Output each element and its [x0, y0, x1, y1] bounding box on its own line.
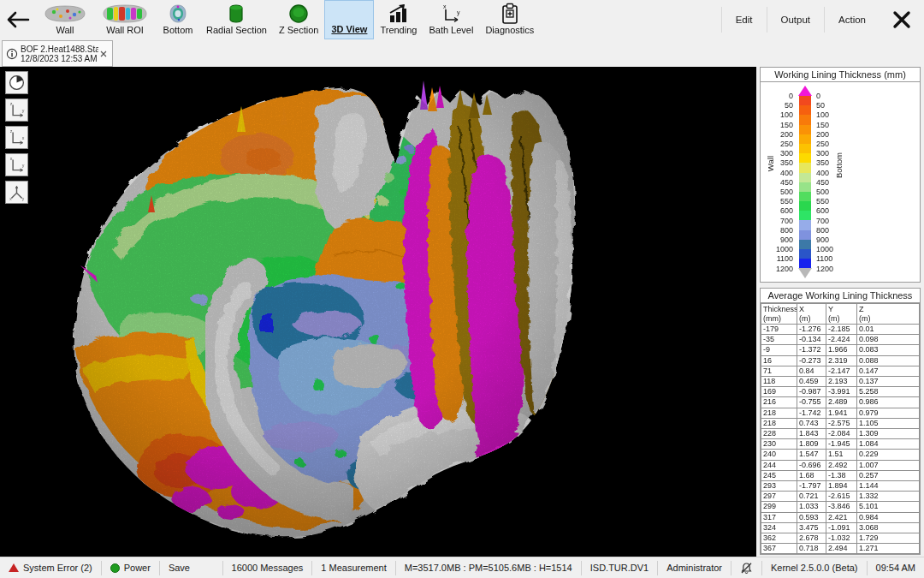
power-dot-icon [110, 563, 120, 573]
color-segment [799, 192, 811, 201]
tool-label: Bath Level [429, 25, 473, 36]
color-bar-wrap [799, 86, 811, 278]
color-segment [799, 201, 811, 211]
tab-close-x-icon [100, 51, 107, 57]
error-triangle-icon [9, 563, 19, 572]
action-menu-button[interactable]: Action [825, 0, 880, 39]
avg-thickness-title: Average Working Lining Thickness [761, 289, 920, 303]
scale-tick: 700 [816, 217, 829, 225]
table-row: 710.84-2.1470.147 [761, 366, 920, 376]
color-segment [799, 125, 811, 134]
table-row: -179-1.276-2.1850.01 [761, 325, 920, 335]
edit-menu-button[interactable]: Edit [722, 0, 767, 39]
scale-underflow-arrow-icon [798, 268, 812, 278]
scale-tick: 250 [780, 140, 793, 148]
tool-wall[interactable]: Wall [36, 0, 94, 39]
diagnostics-clipboard-icon [500, 3, 520, 25]
memory-status: M=3517.0MB : PM=5105.6MB : H=1514 [395, 561, 581, 575]
table-header-row: Thickness(mm) X(m) Y(m) Z(m) [761, 304, 920, 325]
status-bar: System Error (2) Power Save 16000 Messag… [0, 557, 924, 578]
bell-slash-icon [740, 562, 753, 575]
scale-tick: 900 [816, 235, 829, 244]
table-row: 293-1.7971.8941.144 [761, 481, 920, 492]
scale-tick: 300 [816, 149, 829, 158]
user-status: Administrator [657, 561, 731, 575]
power-label: Power [124, 563, 151, 573]
tool-trending[interactable]: Trending [374, 0, 423, 39]
scale-tick: 400 [816, 169, 829, 177]
tool-label: Bottom [163, 25, 193, 36]
avg-thickness-table: Thickness(mm) X(m) Y(m) Z(m) -179-1.276-… [761, 303, 920, 554]
system-error-status[interactable]: System Error (2) [0, 561, 102, 575]
axis-zy-icon[interactable]: zy [5, 98, 28, 122]
axis-3d-icon[interactable]: xy [5, 181, 28, 204]
avg-table-body: -179-1.276-2.1850.01-35-0.134-2.4240.098… [761, 325, 920, 554]
tab-title: BOF 2.Heat1488.Station 2 [21, 45, 98, 54]
table-row: -9-1.3721.9660.083 [761, 345, 920, 355]
save-button[interactable]: Save [160, 561, 198, 575]
tool-diagnostics[interactable]: Diagnostics [479, 0, 540, 39]
scale-tick: 0 [789, 92, 793, 100]
tool-bottom[interactable]: Bottom [156, 0, 200, 39]
right-panel-column: Working Lining Thickness (mm) Wall Botto… [756, 67, 924, 557]
axis-zx-icon[interactable]: zx [5, 126, 28, 149]
svg-text:x: x [10, 156, 13, 161]
svg-text:y: y [457, 9, 460, 16]
tool-label: Trending [380, 25, 417, 36]
menu-strip: Edit Output Action [721, 0, 924, 39]
scale-tick: 100 [816, 110, 829, 119]
color-segment [799, 144, 811, 153]
tool-radial-section[interactable]: Radial Section [200, 0, 273, 39]
app-close-button[interactable] [880, 0, 924, 39]
tool-bath-level[interactable]: x y Bath Level [423, 0, 479, 39]
scale-tick: 700 [780, 217, 793, 225]
pie-rotate-icon[interactable] [5, 71, 28, 94]
scale-body: Wall Bottom 0501001502002503003504004505… [761, 82, 920, 281]
tool-wall-roi[interactable]: Wall ROI [94, 0, 156, 39]
table-row: 16-0.2732.3190.088 [761, 355, 920, 366]
color-segment [799, 259, 811, 268]
svg-text:y: y [22, 163, 25, 168]
measurement-tab[interactable]: BOF 2.Heat1488.Station 2 12/8/2023 12:53… [2, 40, 113, 67]
scale-tick: 50 [785, 101, 793, 110]
color-segment [799, 105, 811, 115]
scale-tick: 600 [816, 206, 829, 215]
table-row: 2451.68-1.380.257 [761, 470, 920, 480]
scale-tick: 200 [816, 130, 829, 139]
clock-status: 09:54 AM [867, 561, 924, 575]
scale-tick: 500 [816, 188, 829, 196]
tool-label: Z Section [279, 25, 318, 36]
tool-z-section[interactable]: Z Section [273, 0, 324, 39]
tab-text: BOF 2.Heat1488.Station 2 12/8/2023 12:53… [21, 45, 98, 63]
scale-tick: 350 [816, 158, 829, 167]
tool-label: Wall ROI [106, 25, 144, 36]
table-row: 244-0.6962.4921.007 [761, 460, 920, 470]
table-row: 216-0.7552.4890.986 [761, 397, 920, 408]
furnace-3d-model[interactable] [0, 67, 756, 557]
measurement-status: 1 Measurement [311, 561, 394, 575]
scale-tick: 1100 [777, 254, 793, 263]
notifications-muted-toggle[interactable] [731, 561, 761, 575]
output-menu-button[interactable]: Output [767, 0, 825, 39]
scale-tick: 500 [780, 188, 793, 196]
svg-text:x: x [22, 135, 25, 140]
3d-viewport[interactable]: zy zx xy xy [0, 67, 756, 557]
table-row: 3170.5932.4210.984 [761, 512, 920, 522]
scale-overflow-arrow-icon [798, 86, 812, 96]
table-row: 2180.743-2.5751.105 [761, 418, 920, 428]
scale-tick: 550 [780, 197, 793, 206]
tool-3d-view[interactable]: 3D View [324, 0, 374, 39]
bottom-heatmap-icon [168, 3, 188, 25]
back-button[interactable] [0, 0, 36, 39]
axis-xy-icon[interactable]: xy [5, 153, 28, 176]
scale-ticks-right: 0501001502002503003504004505005506007008… [814, 82, 849, 281]
table-row: 3622.678-1.0321.729 [761, 533, 920, 544]
tab-close-button[interactable] [98, 51, 109, 57]
color-segment [799, 153, 811, 163]
color-segment [799, 134, 811, 144]
power-status: Power [102, 561, 160, 575]
table-row: 2970.721-2.6151.332 [761, 492, 920, 502]
scale-tick: 150 [780, 121, 793, 129]
scale-tick: 1000 [816, 245, 833, 253]
bath-level-axis-icon: x y [440, 3, 462, 25]
